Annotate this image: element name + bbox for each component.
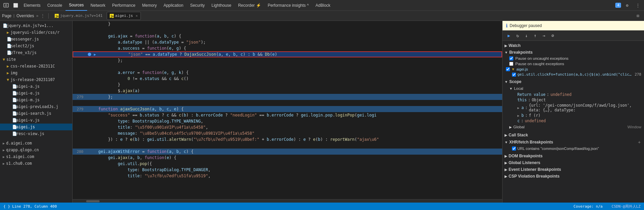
- tree-item-jquery[interactable]: 📄 jquery.min.js?v=1...: [0, 22, 72, 29]
- global-listeners-section-header[interactable]: ▶ Global Listeners: [503, 159, 644, 166]
- folder-arrow-icon: ▶: [7, 30, 9, 35]
- status-left: { } Line 278, Column 400: [3, 204, 57, 209]
- tab-elements[interactable]: Elements: [20, 0, 44, 11]
- tab-application[interactable]: Application: [160, 0, 187, 11]
- scope-b[interactable]: ▶ b: f (r): [503, 113, 644, 118]
- tree-item-ztree[interactable]: 📄 zTree_v3/js: [0, 49, 72, 56]
- dom-breakpoints-section-header[interactable]: ▶ DOM Breakpoints: [503, 153, 644, 159]
- tree-folder-jsrelease[interactable]: ▼ js-release-20231107: [0, 76, 72, 83]
- tab-performance-insights[interactable]: Performance insights ^: [264, 0, 312, 11]
- bp-file-entry[interactable]: ▼ aigei.js: [503, 67, 644, 72]
- js-file-icon-2: js: [110, 14, 114, 18]
- step-over-btn[interactable]: ↻: [514, 32, 521, 39]
- global-listeners-arrow-icon: ▶: [505, 161, 507, 165]
- file-tab-aigei[interactable]: js aigei.js ✕: [107, 12, 141, 20]
- tree-item-jqueryui[interactable]: ▶ jqueryui-slider/css/r: [0, 29, 72, 36]
- tab-adblock[interactable]: AdBlock: [312, 0, 334, 11]
- tab-security[interactable]: Security: [187, 0, 208, 11]
- xhr-entry-checkbox[interactable]: [512, 147, 516, 151]
- cursor-position: Line 278, Column 400: [12, 204, 57, 209]
- deactivate-breakpoints-btn[interactable]: ⊘: [549, 32, 557, 39]
- pause-uncaught-checkbox[interactable]: [509, 56, 513, 60]
- event-listener-section-header[interactable]: ▶ Event Listener Breakpoints: [503, 166, 644, 173]
- event-listener-label: Event Listener Breakpoints: [509, 167, 561, 172]
- watch-arrow-icon: ▶: [505, 44, 507, 48]
- close-file-tab[interactable]: ✕: [136, 14, 138, 18]
- csp-label: CSP Violation Breakpoints: [509, 174, 560, 179]
- tab-lighthouse[interactable]: Lighthouse: [208, 0, 235, 11]
- tree-file-aigeiv[interactable]: 📄 aigei-v.js: [0, 117, 72, 124]
- tree-file-aigeim[interactable]: 📄 aigei-m.js: [0, 97, 72, 103]
- debug-toolbar: ▶ ↻ ↓ ↑ → ⊘: [503, 30, 644, 41]
- scope-local-header[interactable]: ▼ Local: [503, 85, 644, 92]
- domain-arrow: ▶: [3, 162, 5, 165]
- page-tab[interactable]: Page: [2, 14, 11, 18]
- code-line: [73, 27, 502, 33]
- breakpoints-section-header[interactable]: ▼ Breakpoints: [503, 49, 644, 56]
- bp-detail-checkbox[interactable]: [512, 73, 516, 77]
- tab-network[interactable]: Network: [87, 0, 109, 11]
- code-line: a.dataType || (a.dataType = "json");: [73, 39, 502, 45]
- code-line: title: "\u5f00\u901aVIP\u4f1a\u5458",: [73, 124, 502, 130]
- tree-file-aigeiactive[interactable]: 📄 aigei.js: [0, 124, 72, 130]
- step-out-btn[interactable]: ↑: [532, 32, 539, 39]
- tree-domain-s1aigei[interactable]: ▶ s1.aigei.com: [0, 153, 72, 160]
- domain-arrow: ▶: [3, 141, 5, 145]
- xhr-add-btn[interactable]: +: [637, 139, 642, 145]
- h-scrollbar-thumb[interactable]: [86, 200, 100, 202]
- overrides-tab[interactable]: Overrides: [17, 14, 34, 18]
- bp-entry-checkbox[interactable]: [506, 67, 510, 71]
- main-layout: 📄 jquery.min.js?v=1... ▶ jqueryui-slider…: [0, 21, 644, 203]
- tree-item-messenger[interactable]: 📄 messenger.js: [0, 36, 72, 43]
- resume-btn[interactable]: ▶: [505, 32, 513, 39]
- more-tabs-btn[interactable]: »: [35, 14, 40, 18]
- more-menu-icon[interactable]: ⋮: [633, 1, 643, 10]
- tree-domain-qzapp[interactable]: ▶ qzapp.qlogo.cn: [0, 147, 72, 153]
- tree-file-aigeie[interactable]: 📄 aigei-e.js: [0, 90, 72, 97]
- tab-sources[interactable]: Sources: [66, 0, 87, 11]
- tree-folder-site[interactable]: ▼ site: [0, 56, 72, 63]
- tree-file-aigeia[interactable]: 📄 aigei-a.js: [0, 83, 72, 90]
- tree-domain-daigei[interactable]: ▶ d.aigei.com: [0, 140, 72, 147]
- watch-label: Watch: [509, 43, 521, 48]
- scope-section-header[interactable]: ▼ Scope: [503, 78, 644, 85]
- inspect-icon[interactable]: ⬜: [11, 1, 20, 10]
- scope-return-value: Return value: undefined: [503, 92, 644, 97]
- local-label: Local: [514, 86, 523, 90]
- sidebar-menu-icon[interactable]: ⋮: [41, 13, 45, 18]
- xhr-section-header[interactable]: ▼ XHR/fetch Breakpoints +: [503, 138, 644, 146]
- code-editor[interactable]: } gei.ajax = function(a, b, c) {: [73, 21, 502, 203]
- panel-toggle-btn[interactable]: ⊡: [634, 12, 642, 20]
- tab-recorder[interactable]: Recorder ⚡: [235, 0, 264, 11]
- tree-file-rescview[interactable]: 📄 resc-view.js: [0, 130, 72, 137]
- tab-performance[interactable]: Performance: [109, 0, 139, 11]
- file-tab-jquery[interactable]: js jquery.min.js?v=141: [52, 12, 105, 20]
- tab-memory[interactable]: Memory: [139, 0, 160, 11]
- scope-global-header[interactable]: ▶ Global Window: [503, 124, 644, 130]
- settings-icon[interactable]: ⚙: [622, 1, 632, 10]
- scope-a[interactable]: ▶ a: {url: '/gei-common/jsonComp/f/awd/l…: [503, 103, 644, 113]
- tree-folder-css[interactable]: ▶ css-release-202311C: [0, 63, 72, 70]
- h-scrollbar[interactable]: [73, 199, 502, 203]
- call-stack-section-header[interactable]: ▶ Call Stack: [503, 132, 644, 138]
- code-line: 0 != e.status && c && c(): [73, 76, 502, 82]
- tree-file-aigeiprev[interactable]: 📄 aigei-prevLoadJs.j: [0, 103, 72, 110]
- tree-folder-img[interactable]: ▶ img: [0, 70, 72, 76]
- step-btn[interactable]: →: [540, 32, 548, 39]
- code-line: }: [73, 82, 502, 88]
- devtools-icon[interactable]: [1, 1, 11, 10]
- code-line-279-close: 279 };: [73, 94, 502, 100]
- watch-section-header[interactable]: ▶ Watch: [503, 42, 644, 49]
- tree-file-aigeis[interactable]: 📄 aigei-search.js: [0, 110, 72, 117]
- pause-caught-checkbox[interactable]: [509, 62, 513, 66]
- code-line: $.ajax(a): [73, 88, 502, 94]
- tree-domain-s1chu0[interactable]: ▶ s1.chu0.com: [0, 160, 72, 167]
- tree-item-select2[interactable]: 📄 select2/js: [0, 43, 72, 49]
- svg-rect-0: [4, 3, 8, 7]
- call-stack-label: Call Stack: [509, 133, 528, 137]
- info-icon: ℹ: [506, 23, 508, 28]
- tab-console[interactable]: Console: [44, 0, 66, 11]
- csp-section-header[interactable]: ▶ CSP Violation Breakpoints: [503, 173, 644, 180]
- callstack-arrow-icon: ▶: [505, 133, 507, 137]
- step-into-btn[interactable]: ↓: [523, 32, 530, 39]
